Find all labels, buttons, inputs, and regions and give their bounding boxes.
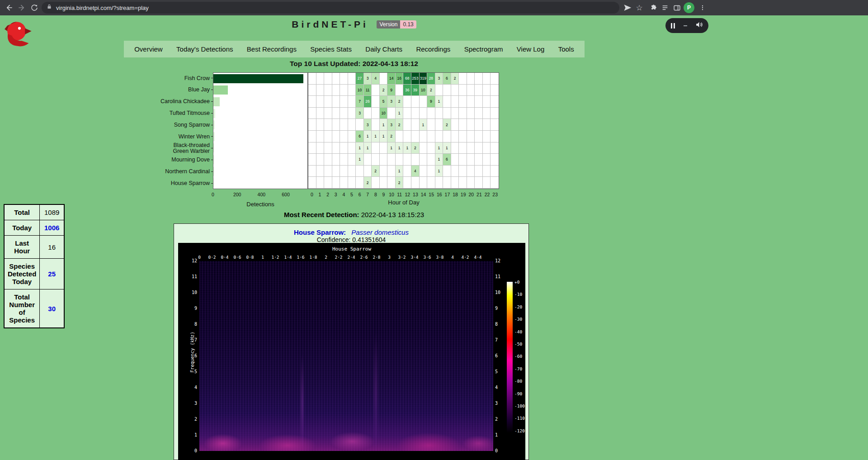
volume-icon[interactable] — [695, 21, 703, 30]
heat-cell: 1 — [443, 142, 451, 154]
heat-cell — [451, 131, 459, 142]
heat-cell — [308, 131, 316, 142]
species-name: Carolina Chickadee — [160, 99, 210, 104]
extensions-icon[interactable] — [646, 1, 659, 14]
heat-cell — [396, 154, 404, 166]
heat-cell — [467, 154, 475, 166]
stat-value[interactable]: 30 — [40, 289, 64, 328]
nav-item-today-s-detections[interactable]: Today's Detections — [176, 45, 233, 53]
forward-icon[interactable] — [15, 1, 28, 14]
heat-cell — [475, 131, 483, 142]
stat-value[interactable]: 1006 — [40, 220, 64, 236]
address-bar[interactable]: virginia.birdnetpi.com/?stream=play — [42, 2, 619, 14]
nav-item-spectrogram[interactable]: Spectrogram — [464, 45, 503, 53]
heat-cell — [364, 108, 372, 119]
nav-item-tools[interactable]: Tools — [558, 45, 574, 53]
heat-cell — [420, 96, 428, 108]
heat-cell — [372, 142, 380, 154]
heat-cell — [324, 131, 332, 142]
heat-cell: 1 — [435, 154, 443, 166]
detections-figure: Fish CrowBlue JayCarolina ChickadeeTufte… — [153, 72, 499, 208]
heat-cell — [316, 85, 325, 96]
heat-cell — [467, 73, 475, 85]
heat-cell — [475, 154, 483, 166]
hour-axis-label: Hour of Day — [388, 199, 419, 206]
heat-cell — [340, 85, 348, 96]
heat-cell — [411, 108, 420, 119]
time-tick: 2·4 — [347, 255, 355, 260]
heat-cell: 1 — [372, 131, 380, 142]
reading-list-icon[interactable] — [659, 1, 671, 14]
heat-cell — [364, 166, 372, 177]
detections-bar — [213, 97, 220, 106]
heat-cell — [403, 131, 411, 142]
profile-avatar[interactable]: P — [684, 2, 694, 13]
db-tick: -10 — [514, 292, 522, 297]
heat-cell — [403, 166, 411, 177]
heat-cell — [475, 85, 483, 96]
heat-cell — [356, 119, 364, 131]
nav-item-daily-charts[interactable]: Daily Charts — [365, 45, 402, 53]
url-text: virginia.birdnetpi.com/?stream=play — [56, 5, 149, 11]
back-icon[interactable] — [3, 1, 15, 14]
heat-cell: 1 — [396, 166, 404, 177]
heat-cell — [332, 131, 340, 142]
birdnetpi-page: BirdNET-Pi Version 0.13 OverviewToday's … — [0, 15, 868, 460]
detections-bar-plot — [213, 72, 308, 189]
recent-value: 2022-04-13 18:15:23 — [361, 211, 424, 218]
heat-cell: 2 — [396, 119, 404, 131]
stat-value[interactable]: 25 — [40, 259, 64, 289]
bookmark-star-icon[interactable]: ☆ — [633, 1, 646, 14]
detections-bar — [213, 109, 215, 118]
menu-kebab-icon[interactable] — [696, 1, 709, 14]
browser-toolbar: virginia.birdnetpi.com/?stream=play ☆ P — [0, 0, 868, 15]
detection-title: House Sparrow: Passer domesticus — [174, 228, 528, 236]
send-icon[interactable] — [621, 1, 634, 14]
spectrogram-plot — [199, 261, 493, 451]
heat-cell — [420, 177, 428, 189]
species-name: Winter Wren — [179, 134, 210, 140]
heat-cell — [308, 177, 316, 189]
refresh-icon[interactable] — [28, 1, 41, 14]
species-link[interactable]: House Sparrow: — [294, 228, 346, 236]
heat-cell — [348, 131, 356, 142]
heat-cell — [308, 73, 316, 85]
heat-cell — [475, 177, 483, 189]
heat-cell: 5 — [380, 96, 388, 108]
freq-tick-left: 12 — [186, 258, 197, 263]
scientific-name-link[interactable]: Passer domesticus — [351, 228, 409, 236]
time-tick: 3·2 — [398, 255, 406, 260]
time-tick: 1·2 — [271, 255, 279, 260]
nav-item-overview[interactable]: Overview — [134, 45, 163, 53]
heat-cell — [403, 108, 411, 119]
hour-tick-11: 11 — [397, 192, 402, 197]
heat-cell — [308, 166, 316, 177]
heat-cell: 2 — [427, 85, 435, 96]
side-panel-icon[interactable] — [670, 1, 683, 14]
heat-cell — [451, 108, 459, 119]
heat-cell — [491, 119, 499, 131]
heat-cell — [387, 108, 396, 119]
species-label-carolina-chickadee: Carolina Chickadee — [153, 96, 213, 108]
nav-item-species-stats[interactable]: Species Stats — [310, 45, 352, 53]
stat-label: Total Number of Species — [4, 289, 40, 328]
freq-tick-right: 7 — [495, 337, 506, 342]
heat-cell — [324, 166, 332, 177]
seek-bar[interactable] — [684, 25, 687, 26]
heat-cell: 319 — [420, 73, 428, 85]
freq-tick-left: 10 — [186, 290, 197, 295]
heat-cell: 27 — [356, 73, 364, 85]
nav-item-best-recordings[interactable]: Best Recordings — [247, 45, 297, 53]
nav-item-view-log[interactable]: View Log — [517, 45, 544, 53]
pause-icon[interactable] — [671, 23, 675, 28]
heat-cell — [332, 166, 340, 177]
nav-item-recordings[interactable]: Recordings — [416, 45, 450, 53]
heat-cell — [443, 85, 451, 96]
heat-cell — [380, 177, 388, 189]
freq-tick-right: 0 — [495, 448, 506, 453]
heat-cell — [332, 142, 340, 154]
audio-player[interactable] — [665, 18, 708, 33]
heat-cell: 1 — [420, 119, 428, 131]
heat-cell — [459, 108, 467, 119]
heat-cell — [459, 119, 467, 131]
